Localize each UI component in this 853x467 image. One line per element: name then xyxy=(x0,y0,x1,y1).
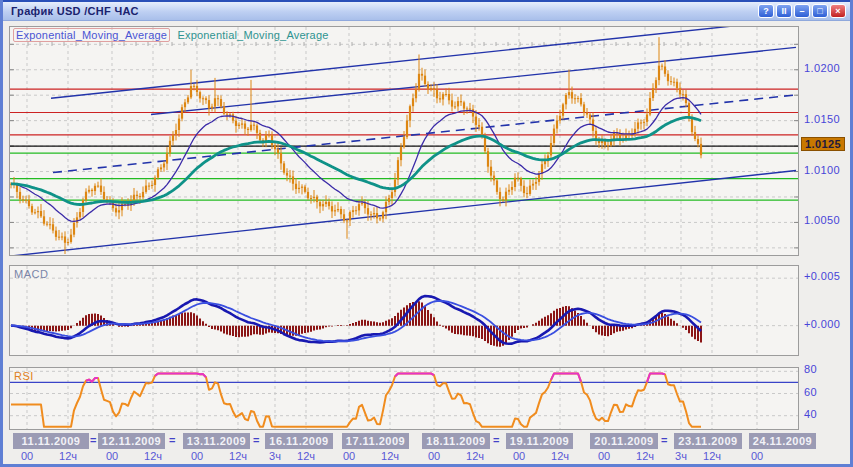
legend-ema-fast[interactable]: Exponential_Moving_Average xyxy=(13,28,170,42)
time-label: 3ч xyxy=(258,450,292,462)
time-label: 00 xyxy=(332,450,366,462)
legend-ema-slow[interactable]: Exponential_Moving_Average xyxy=(177,29,328,41)
macd-axis-label: +0.005 xyxy=(804,270,840,282)
rsi-panel: RSI xyxy=(9,367,799,430)
date-band: 16.11.2009 xyxy=(265,433,333,449)
date-band: 24.11.2009 xyxy=(749,433,816,449)
help-button[interactable]: ? xyxy=(758,4,774,18)
price-axis-label: 1.0100 xyxy=(804,164,840,176)
price-axis-label: 1.0050 xyxy=(804,214,840,226)
window-title: График USD /CHF ЧАС xyxy=(11,5,139,17)
date-band-separator: = xyxy=(253,434,259,446)
date-band: 19.11.2009 xyxy=(506,433,573,449)
time-label: 12ч xyxy=(458,450,492,462)
price-axis: 1.02001.01501.01001.0050+0.005+0.0008060… xyxy=(799,0,853,435)
rsi-axis-label: 60 xyxy=(804,386,817,398)
window-titlebar[interactable]: График USD /CHF ЧАС ?II–□× xyxy=(3,0,850,21)
price-panel: Exponential_Moving_Average Exponential_M… xyxy=(9,26,799,256)
time-label: 00 xyxy=(10,450,44,462)
date-band-separator: = xyxy=(493,434,499,446)
rsi-label: RSI xyxy=(14,370,34,382)
rsi-axis-label: 80 xyxy=(804,363,817,375)
time-label: 12ч xyxy=(136,450,170,462)
time-label: 00 xyxy=(417,450,451,462)
time-label: 12ч xyxy=(695,450,729,462)
price-axis-label: 1.0150 xyxy=(804,113,840,125)
date-band: 11.11.2009 xyxy=(13,433,89,449)
macd-label: MACD xyxy=(14,268,48,280)
date-band-separator: = xyxy=(661,434,667,446)
time-label: 00 xyxy=(180,450,214,462)
time-label: 00 xyxy=(95,450,129,462)
rsi-line xyxy=(11,374,701,427)
macd-panel: MACD xyxy=(9,265,799,356)
price-chart-canvas[interactable] xyxy=(10,27,798,255)
time-label: 12ч xyxy=(221,450,255,462)
time-label: 12ч xyxy=(289,450,323,462)
date-band: 23.11.2009 xyxy=(674,433,742,449)
date-band-separator: = xyxy=(169,434,175,446)
date-band: 12.11.2009 xyxy=(98,433,165,449)
date-band: 13.11.2009 xyxy=(183,433,250,449)
rsi-axis-label: 40 xyxy=(804,408,817,420)
time-label: 00 xyxy=(502,450,536,462)
macd-axis-label: +0.000 xyxy=(804,318,840,330)
ema-slow-line xyxy=(11,117,701,204)
time-label: 3ч xyxy=(664,450,698,462)
macd-line xyxy=(11,296,701,344)
time-label: 00 xyxy=(587,450,621,462)
time-label: 12ч xyxy=(543,450,577,462)
price-axis-label: 1.0200 xyxy=(804,62,840,74)
macd-chart-canvas[interactable] xyxy=(10,266,798,355)
date-band: 20.11.2009 xyxy=(590,433,658,449)
time-label: 00 xyxy=(740,450,774,462)
date-band-separator: = xyxy=(90,434,96,446)
date-band: 18.11.2009 xyxy=(422,433,490,449)
time-label: 12ч xyxy=(373,450,407,462)
time-label: 12ч xyxy=(51,450,85,462)
rsi-chart-canvas[interactable] xyxy=(10,368,798,429)
signal-line xyxy=(11,301,701,341)
date-band: 17.11.2009 xyxy=(342,433,409,449)
pause-button[interactable]: II xyxy=(776,4,792,18)
chart-window: График USD /CHF ЧАС ?II–□× Exponential_M… xyxy=(0,0,853,467)
time-label: 12ч xyxy=(628,450,662,462)
indicator-legend: Exponential_Moving_Average Exponential_M… xyxy=(13,29,329,41)
current-price-tag: 1.0125 xyxy=(801,137,845,151)
